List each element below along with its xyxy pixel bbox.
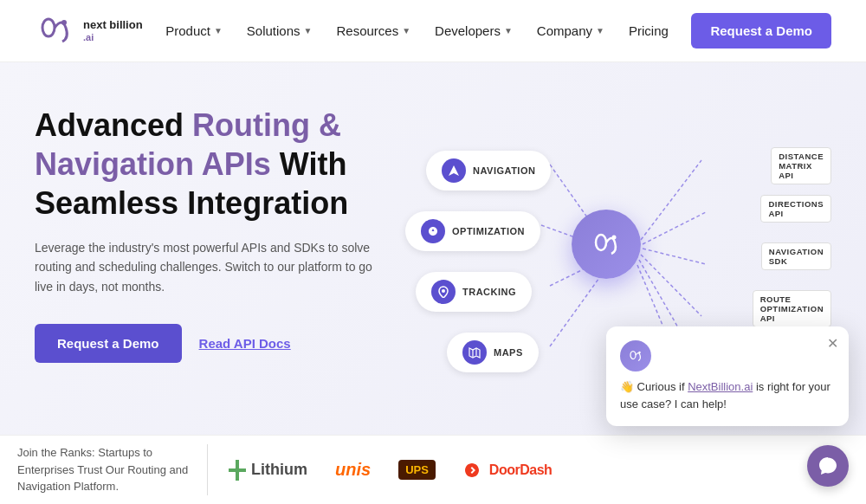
api-distance-matrix: DISTANCE MATRIX API	[771, 147, 831, 184]
api-route-optimization: ROUTE OPTIMIZATION API	[753, 290, 831, 327]
svg-line-9	[641, 255, 701, 316]
chevron-down-icon: ▼	[504, 26, 513, 36]
api-docs-button[interactable]: Read API Docs	[199, 336, 291, 351]
maps-icon	[462, 340, 487, 365]
doordash-logo: DoorDash	[463, 462, 552, 479]
svg-point-1	[61, 20, 67, 25]
hero-actions: Request a Demo Read API Docs	[35, 324, 381, 363]
svg-point-20	[630, 352, 636, 359]
nav-solutions[interactable]: Solutions ▼	[247, 23, 313, 38]
logo[interactable]: next billion .ai	[35, 10, 143, 52]
nav-company[interactable]: Company ▼	[537, 23, 604, 38]
chevron-down-icon: ▼	[304, 26, 313, 36]
chevron-down-icon: ▼	[402, 26, 410, 36]
chevron-down-icon: ▼	[596, 26, 604, 36]
api-navigation-sdk: NAVIGATION SDK	[761, 242, 831, 270]
hero-subtitle: Leverage the industry's most powerful AP…	[35, 238, 381, 296]
nav-resources[interactable]: Resources ▼	[336, 23, 410, 38]
pill-navigation: NAVIGATION	[426, 151, 551, 191]
api-directions: DIRECTIONS API	[760, 195, 831, 223]
ups-logo: UPS	[398, 460, 436, 480]
svg-line-7	[643, 212, 706, 244]
header-demo-button[interactable]: Request a Demo	[691, 13, 831, 48]
trust-text: Join the Ranks: Startups to Enterprises …	[17, 444, 208, 495]
svg-point-12	[596, 235, 606, 250]
center-logo-circle	[572, 210, 641, 279]
svg-line-6	[641, 160, 701, 240]
pill-tracking: TRACKING	[416, 272, 532, 312]
nav-pricing[interactable]: Pricing	[629, 23, 669, 38]
nav-developers[interactable]: Developers ▼	[435, 23, 513, 38]
hero-demo-button[interactable]: Request a Demo	[35, 324, 182, 363]
chevron-down-icon: ▼	[214, 26, 223, 36]
svg-point-14	[442, 289, 445, 293]
svg-point-19	[235, 468, 240, 473]
lithium-logo: Lithium	[229, 460, 307, 481]
hero-copy: Advanced Routing &Navigation APIs WithSe…	[35, 106, 381, 363]
trust-strip: Join the Ranks: Startups to Enterprises …	[0, 435, 866, 504]
chat-close-button[interactable]: ✕	[827, 335, 838, 352]
navigation-icon	[442, 158, 466, 183]
svg-point-21	[638, 352, 641, 354]
nav-product[interactable]: Product ▼	[165, 23, 223, 38]
chat-bubble-button[interactable]	[807, 445, 849, 487]
svg-point-13	[612, 236, 617, 240]
main-nav: Product ▼ Solutions ▼ Resources ▼ Develo…	[165, 23, 669, 38]
tracking-icon	[431, 280, 456, 304]
unis-logo: unis	[335, 460, 371, 480]
chat-message: 👋 Curious if NextBillion.ai is right for…	[620, 378, 835, 412]
brand-logos: Lithium unis UPS DoorDash	[208, 460, 849, 481]
pill-maps: MAPS	[447, 333, 539, 372]
chat-link[interactable]: NextBillion.ai	[688, 380, 753, 393]
chat-widget: ✕ 👋 Curious if NextBillion.ai is right f…	[606, 326, 849, 426]
hero-title: Advanced Routing &Navigation APIs WithSe…	[35, 106, 381, 223]
pill-optimization: OPTIMIZATION	[405, 211, 540, 251]
optimization-icon	[421, 219, 445, 243]
svg-point-0	[42, 19, 55, 36]
svg-line-8	[643, 249, 706, 264]
chat-avatar	[620, 340, 651, 372]
